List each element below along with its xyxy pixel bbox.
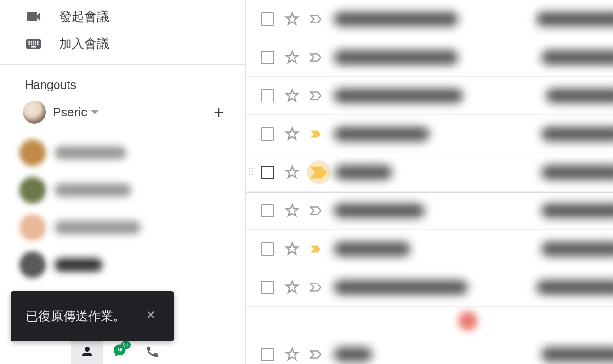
svg-point-25 [252, 168, 253, 169]
important-toggle[interactable] [307, 280, 325, 295]
hangouts-icon: 9+ [113, 343, 127, 360]
keyboard-icon [25, 35, 59, 53]
email-thread-sub[interactable] [246, 307, 613, 335]
contact-avatar [19, 139, 46, 166]
user-name-dropdown[interactable]: Pseric [53, 105, 214, 120]
email-checkbox[interactable] [261, 127, 274, 141]
hangouts-title: Hangouts [0, 65, 245, 92]
email-sender [334, 127, 430, 141]
video-camera-icon [25, 8, 59, 25]
unread-badge: 9+ [121, 341, 131, 349]
svg-point-26 [249, 171, 250, 172]
add-contact-button[interactable]: + [214, 103, 224, 121]
email-sender [334, 89, 463, 103]
svg-point-28 [249, 173, 250, 175]
important-toggle[interactable] [307, 347, 325, 362]
contact-item[interactable] [19, 246, 245, 284]
user-avatar[interactable] [23, 101, 46, 124]
email-checkbox[interactable] [261, 348, 274, 361]
email-sender [334, 347, 372, 362]
svg-point-27 [252, 171, 253, 172]
contact-name [55, 146, 126, 159]
important-toggle[interactable] [307, 12, 325, 26]
label-dot [458, 311, 477, 330]
star-toggle[interactable] [284, 279, 300, 296]
email-sender [335, 165, 392, 180]
star-toggle[interactable] [284, 126, 300, 142]
undo-toast: 已復原傳送作業。 [11, 291, 174, 341]
contact-item[interactable] [19, 209, 245, 246]
email-sender [334, 204, 425, 218]
contact-name [55, 183, 131, 197]
email-subject [541, 242, 613, 256]
star-toggle[interactable] [284, 164, 300, 181]
join-meeting-button[interactable]: 加入會議 [0, 30, 245, 57]
email-row[interactable] [246, 335, 613, 364]
contact-item[interactable] [19, 134, 245, 171]
phone-icon [145, 344, 159, 359]
email-checkbox[interactable] [261, 51, 274, 64]
join-meeting-label: 加入會議 [59, 35, 109, 52]
meet-section: 發起會議 加入會議 [0, 0, 245, 57]
email-subject [541, 347, 613, 362]
email-subject [541, 50, 613, 65]
email-row[interactable] [246, 77, 613, 115]
important-toggle[interactable] [307, 89, 325, 103]
email-checkbox[interactable] [261, 166, 274, 179]
hangouts-chat-tab[interactable]: 9+ [103, 339, 136, 364]
user-name-label: Pseric [53, 105, 87, 120]
email-checkbox[interactable] [261, 281, 274, 294]
email-row[interactable] [246, 153, 613, 192]
email-checkbox[interactable] [261, 204, 274, 217]
email-sender [334, 50, 458, 65]
contact-avatar [19, 177, 46, 204]
email-row[interactable] [246, 230, 613, 268]
email-subject [546, 89, 613, 103]
email-subject [541, 127, 613, 141]
toast-close-button[interactable] [143, 308, 159, 324]
contact-avatar [19, 251, 46, 278]
email-checkbox[interactable] [261, 242, 274, 256]
important-toggle[interactable] [307, 160, 331, 184]
email-subject [541, 165, 613, 180]
email-list [245, 0, 613, 364]
close-icon [145, 308, 157, 321]
important-toggle[interactable] [307, 242, 325, 256]
svg-point-24 [249, 168, 250, 169]
contacts-tab[interactable] [71, 339, 103, 364]
phone-tab[interactable] [136, 339, 169, 364]
email-checkbox[interactable] [261, 12, 274, 26]
contacts-list [0, 132, 245, 284]
email-checkbox[interactable] [261, 89, 274, 102]
important-toggle[interactable] [307, 127, 325, 141]
important-toggle[interactable] [307, 204, 325, 218]
drag-handle-icon[interactable] [248, 166, 254, 179]
hangouts-tabs: 9+ [71, 339, 169, 364]
star-toggle[interactable] [284, 49, 300, 66]
star-toggle[interactable] [284, 346, 300, 363]
star-toggle[interactable] [284, 203, 300, 219]
start-meeting-label: 發起會議 [59, 8, 109, 25]
start-meeting-button[interactable]: 發起會議 [0, 3, 245, 30]
email-row[interactable] [246, 38, 613, 77]
email-subject [536, 12, 613, 26]
important-toggle[interactable] [307, 50, 325, 65]
sidebar: 發起會議 加入會議 Hangouts Pseric + [0, 0, 245, 364]
contact-item[interactable] [19, 171, 245, 209]
chevron-down-icon [91, 110, 99, 114]
contact-name [55, 258, 102, 272]
hangouts-user-row: Pseric + [0, 92, 245, 132]
toast-message: 已復原傳送作業。 [26, 308, 125, 325]
contact-name [55, 221, 141, 234]
email-row[interactable] [246, 0, 613, 38]
star-toggle[interactable] [284, 241, 300, 257]
email-row[interactable] [246, 268, 613, 307]
star-toggle[interactable] [284, 88, 300, 104]
email-subject [536, 280, 613, 295]
star-toggle[interactable] [284, 11, 300, 27]
email-row[interactable] [246, 192, 613, 230]
person-icon [80, 344, 94, 359]
svg-point-29 [252, 173, 253, 175]
email-row[interactable] [246, 115, 613, 153]
contact-avatar [19, 214, 46, 241]
